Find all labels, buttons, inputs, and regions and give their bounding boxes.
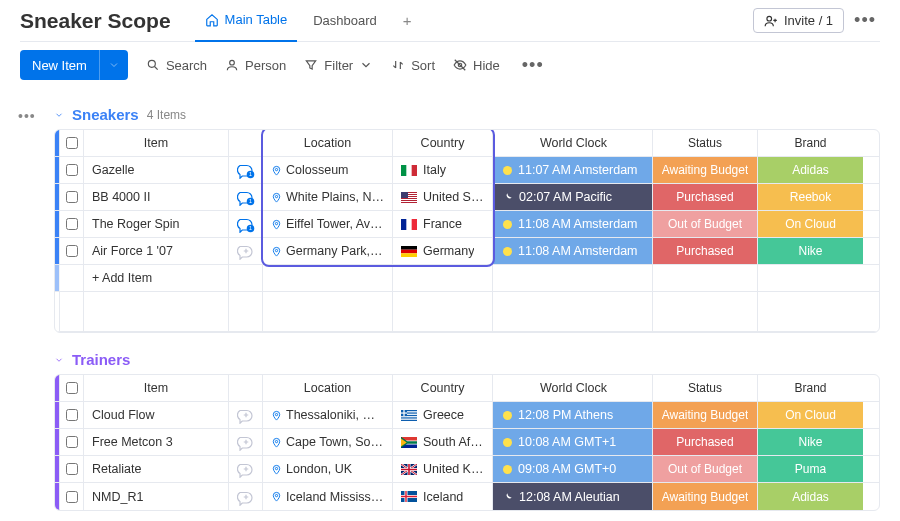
- brand-cell[interactable]: Adidas: [758, 157, 863, 183]
- location-cell[interactable]: Eiffel Tower, Avenue...: [263, 211, 393, 237]
- select-all-checkbox[interactable]: [60, 375, 84, 401]
- col-location[interactable]: Location: [263, 375, 393, 401]
- country-cell[interactable]: South Africa: [393, 429, 493, 455]
- table-row[interactable]: Retaliate London, UK United Kingd... 09:…: [55, 456, 879, 483]
- clock-cell[interactable]: 09:08 AM GMT+0: [493, 456, 653, 482]
- thread-cell[interactable]: 1: [229, 184, 263, 210]
- brand-cell[interactable]: Nike: [758, 429, 863, 455]
- filter-button[interactable]: Filter: [304, 58, 373, 73]
- new-item-button[interactable]: New Item: [20, 50, 128, 80]
- tab-main-table[interactable]: Main Table: [195, 0, 298, 42]
- toolbar-more-icon[interactable]: •••: [518, 55, 548, 76]
- clock-cell[interactable]: 12:08 AM Aleutian: [493, 483, 653, 510]
- col-brand[interactable]: Brand: [758, 130, 863, 156]
- item-name-cell[interactable]: Air Force 1 '07: [84, 238, 229, 264]
- country-cell[interactable]: Iceland: [393, 483, 493, 510]
- status-cell[interactable]: Awaiting Budget: [653, 483, 758, 510]
- item-name-cell[interactable]: Gazelle: [84, 157, 229, 183]
- clock-cell[interactable]: 10:08 AM GMT+1: [493, 429, 653, 455]
- status-cell[interactable]: Purchased: [653, 184, 758, 210]
- location-cell[interactable]: White Plains, NY, USA: [263, 184, 393, 210]
- add-item-label[interactable]: + Add Item: [84, 265, 229, 291]
- item-name-cell[interactable]: Cloud Flow: [84, 402, 229, 428]
- location-cell[interactable]: Germany Park, Lom...: [263, 238, 393, 264]
- col-country[interactable]: Country: [393, 375, 493, 401]
- tab-dashboard[interactable]: Dashboard: [303, 0, 387, 42]
- header-more-icon[interactable]: •••: [850, 10, 880, 31]
- brand-cell[interactable]: Nike: [758, 238, 863, 264]
- clock-cell[interactable]: 11:08 AM Amsterdam: [493, 211, 653, 237]
- status-cell[interactable]: Out of Budget: [653, 211, 758, 237]
- new-item-caret[interactable]: [99, 50, 128, 80]
- group-title[interactable]: Trainers: [72, 351, 130, 368]
- table-row[interactable]: Gazelle 1 Colosseum Italy 11:07 AM Amste…: [55, 157, 879, 184]
- status-cell[interactable]: Out of Budget: [653, 456, 758, 482]
- conversation-icon[interactable]: 1: [237, 215, 255, 233]
- table-row[interactable]: BB 4000 II 1 White Plains, NY, USA Unite…: [55, 184, 879, 211]
- location-cell[interactable]: Thessaloniki, Greece: [263, 402, 393, 428]
- location-cell[interactable]: Cape Town, South A...: [263, 429, 393, 455]
- col-country[interactable]: Country: [393, 130, 493, 156]
- row-checkbox[interactable]: [60, 483, 84, 510]
- table-row[interactable]: Air Force 1 '07 Germany Park, Lom... Ger…: [55, 238, 879, 265]
- location-cell[interactable]: Colosseum: [263, 157, 393, 183]
- item-name-cell[interactable]: NMD_R1: [84, 483, 229, 510]
- add-conversation-icon[interactable]: [237, 460, 255, 478]
- item-name-cell[interactable]: Free Metcon 3: [84, 429, 229, 455]
- row-checkbox[interactable]: [60, 211, 84, 237]
- thread-cell[interactable]: [229, 456, 263, 482]
- table-row[interactable]: The Roger Spin 1 Eiffel Tower, Avenue...…: [55, 211, 879, 238]
- brand-cell[interactable]: On Cloud: [758, 211, 863, 237]
- thread-cell[interactable]: [229, 402, 263, 428]
- row-checkbox[interactable]: [60, 157, 84, 183]
- hide-button[interactable]: Hide: [453, 58, 500, 73]
- row-checkbox[interactable]: [60, 238, 84, 264]
- status-cell[interactable]: Awaiting Budget: [653, 402, 758, 428]
- col-status[interactable]: Status: [653, 130, 758, 156]
- search-button[interactable]: Search: [146, 58, 207, 73]
- row-checkbox[interactable]: [60, 402, 84, 428]
- col-clock[interactable]: World Clock: [493, 375, 653, 401]
- country-cell[interactable]: Italy: [393, 157, 493, 183]
- row-checkbox[interactable]: [60, 456, 84, 482]
- item-name-cell[interactable]: Retaliate: [84, 456, 229, 482]
- status-cell[interactable]: Purchased: [653, 238, 758, 264]
- col-status[interactable]: Status: [653, 375, 758, 401]
- chevron-down-icon[interactable]: [54, 355, 64, 365]
- add-conversation-icon[interactable]: [237, 242, 255, 260]
- add-item-row[interactable]: + Add Item: [55, 265, 879, 292]
- person-button[interactable]: Person: [225, 58, 286, 73]
- col-item[interactable]: Item: [84, 375, 229, 401]
- thread-cell[interactable]: 1: [229, 211, 263, 237]
- add-conversation-icon[interactable]: [237, 488, 255, 506]
- country-cell[interactable]: Greece: [393, 402, 493, 428]
- conversation-icon[interactable]: 1: [237, 188, 255, 206]
- invite-button[interactable]: Invite / 1: [753, 8, 844, 33]
- brand-cell[interactable]: On Cloud: [758, 402, 863, 428]
- clock-cell[interactable]: 11:08 AM Amsterdam: [493, 238, 653, 264]
- group-more-icon[interactable]: •••: [18, 108, 36, 124]
- clock-cell[interactable]: 02:07 AM Pacific: [493, 184, 653, 210]
- country-cell[interactable]: Germany: [393, 238, 493, 264]
- thread-cell[interactable]: 1: [229, 157, 263, 183]
- sort-button[interactable]: Sort: [391, 58, 435, 73]
- item-name-cell[interactable]: BB 4000 II: [84, 184, 229, 210]
- table-row[interactable]: Free Metcon 3 Cape Town, South A... Sout…: [55, 429, 879, 456]
- thread-cell[interactable]: [229, 483, 263, 510]
- clock-cell[interactable]: 12:08 PM Athens: [493, 402, 653, 428]
- select-all-checkbox[interactable]: [60, 130, 84, 156]
- thread-cell[interactable]: [229, 238, 263, 264]
- country-cell[interactable]: United State...: [393, 184, 493, 210]
- group-title[interactable]: Sneakers: [72, 106, 139, 123]
- status-cell[interactable]: Awaiting Budget: [653, 157, 758, 183]
- chevron-down-icon[interactable]: [54, 110, 64, 120]
- col-brand[interactable]: Brand: [758, 375, 863, 401]
- brand-cell[interactable]: Adidas: [758, 483, 863, 510]
- location-cell[interactable]: Iceland Mississauga,...: [263, 483, 393, 510]
- col-clock[interactable]: World Clock: [493, 130, 653, 156]
- brand-cell[interactable]: Reebok: [758, 184, 863, 210]
- brand-cell[interactable]: Puma: [758, 456, 863, 482]
- col-location[interactable]: Location: [263, 130, 393, 156]
- add-conversation-icon[interactable]: [237, 433, 255, 451]
- item-name-cell[interactable]: The Roger Spin: [84, 211, 229, 237]
